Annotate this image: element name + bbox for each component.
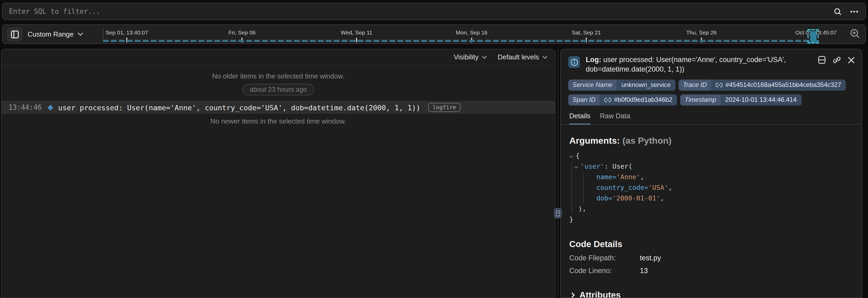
log-tag-badge: logfire [428,103,461,112]
arguments-heading-mode: (as Python) [620,136,672,146]
timeline-selection[interactable] [807,29,819,43]
code-filepath-value: test.py [640,254,661,262]
detail-tabs: Details Raw Data [561,112,862,125]
info-icon [568,56,580,68]
code-line: country_code='USA', [596,183,853,193]
code-line: } [569,214,853,225]
detail-title-text: user processed: User(name='Anne', countr… [586,56,786,73]
copy-link-icon[interactable] [833,56,841,64]
log-message: user processed: User(name='Anne', countr… [58,103,420,111]
tick-label: Fri, Sep 06 [228,29,256,36]
badge-label: Trace ID [679,79,711,91]
code-line: dob='2000-01-01', [596,193,853,204]
log-entry-row[interactable]: 13:44:46 user processed: User(name='Anne… [2,101,555,113]
tick-label: Thu, Sep 26 [686,29,716,36]
code-details-heading: Code Details [569,239,853,249]
default-levels-label: Default levels [498,53,539,61]
badge-label: Timestamp [680,94,720,105]
drag-dots-icon [556,210,560,216]
trace-id-badge[interactable]: Trace ID #454514c0168a455a51bb4ceba354c3… [679,79,846,91]
sql-filter-bar [2,3,866,20]
time-range-label: Custom Range [28,30,73,38]
panel-splitter-line [558,49,558,298]
time-range-selector[interactable]: Custom Range [28,30,83,38]
attributes-section-toggle[interactable]: Attributes [569,290,853,298]
code-line: { [569,151,853,161]
activity-histogram[interactable] [103,39,818,42]
arguments-heading: Arguments: (as Python) [569,136,853,146]
chevron-down-icon [482,56,487,59]
badge-label: Service Name [568,79,617,91]
sidebar-toggle-button[interactable] [7,27,22,41]
code-filepath-label: Code Filepath: [569,254,640,262]
log-level-diamond-icon [47,104,53,110]
visibility-dropdown[interactable]: Visibility [454,53,487,61]
badge-label: Span ID [568,94,600,105]
logfire-app: Custom Range Sep 01, 13:40:07 Fri, Sep 0… [0,0,868,298]
timestamp-badge: Timestamp 2024-10-01 13:44:46.414 [680,94,801,105]
open-in-panel-icon[interactable] [817,56,826,64]
timeline-bar: Custom Range Sep 01, 13:40:07 Fri, Sep 0… [2,24,866,44]
log-detail-panel: Log: user processed: User(name='Anne', c… [560,49,862,298]
badge-value: 2024-10-01 13:44:46.414 [720,94,801,105]
search-icon[interactable] [834,7,842,15]
tab-details[interactable]: Details [569,112,590,125]
attributes-label: Attributes [579,290,621,298]
arguments-code-tree: { 'user': User( name='Anne', country_cod… [569,151,853,225]
no-newer-items-text: No newer items in the selected time wind… [2,117,555,125]
time-ago-badge[interactable]: about 23 hours ago [242,84,314,95]
code-lineno-value: 13 [640,267,648,275]
tick-label: Sep 01, 13:40:07 [105,29,148,36]
log-list-header: Visibility Default levels [2,49,555,65]
timeline-divider [103,28,103,40]
no-older-items-text: No older items in the selected time wind… [2,72,555,80]
chevron-down-icon [542,56,548,59]
badge-value: #454514c0168a455a51bb4ceba354c327 [725,80,841,90]
span-id-badge[interactable]: Span ID #b0f0d9ed1ab346b2 [568,94,677,105]
code-lineno-label: Code Lineno: [569,267,640,275]
log-time: 13:44:46 [8,103,42,111]
code-line: name='Anne', [596,172,853,183]
badge-value: #b0f0d9ed1ab346b2 [614,95,673,104]
collapse-chevron-icon[interactable] [574,165,578,168]
arguments-heading-main: Arguments: [569,136,620,146]
tick-label: Wed, Sep 11 [341,29,372,36]
more-options-icon[interactable] [849,7,859,15]
code-filepath-row: Code Filepath: test.py [569,254,853,262]
sql-filter-input[interactable] [9,7,826,15]
tick-label: Mon, Sep 16 [456,29,487,36]
log-list-panel: Visibility Default levels No older items… [1,49,556,298]
chevron-right-icon [569,292,575,298]
metadata-badges: Service Name unknown_service Trace ID #4… [561,74,862,105]
link-icon [604,98,612,102]
tick-label: Sat, Sep 21 [572,29,601,36]
panel-splitter-handle[interactable] [554,208,562,219]
chevron-down-icon [77,32,83,36]
code-lineno-row: Code Lineno: 13 [569,267,853,275]
detail-title-prefix: Log: [586,56,601,64]
code-line: 'user': User( [574,161,853,172]
badge-value: unknown_service [617,79,675,91]
detail-title: Log: user processed: User(name='Anne', c… [586,55,801,74]
code-line: ), [578,204,853,214]
service-name-badge: Service Name unknown_service [568,79,675,91]
visibility-label: Visibility [454,53,478,61]
tab-raw-data[interactable]: Raw Data [600,112,630,125]
zoom-in-icon[interactable] [849,28,861,39]
detail-header: Log: user processed: User(name='Anne', c… [561,49,862,74]
collapse-chevron-icon[interactable] [569,154,573,158]
link-icon [716,83,723,88]
close-icon[interactable] [848,56,855,64]
default-levels-dropdown[interactable]: Default levels [498,53,548,61]
